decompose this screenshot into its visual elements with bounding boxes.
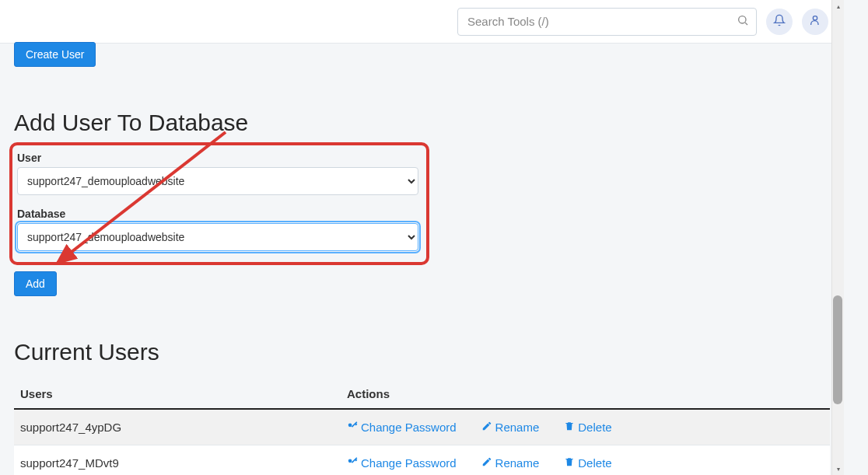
database-label: Database (17, 208, 422, 220)
current-users-table: Users Actions support247_4ypDGChange Pas… (14, 379, 830, 475)
top-bar (0, 0, 844, 44)
rename-link[interactable]: Rename (481, 456, 540, 470)
content: Create User Add User To Database User su… (0, 44, 844, 475)
account-button[interactable] (802, 9, 828, 35)
table-row: support247_4ypDGChange PasswordRenameDel… (14, 409, 830, 445)
bell-icon (773, 14, 786, 29)
user-icon (809, 14, 821, 29)
add-user-heading: Add User To Database (14, 110, 830, 136)
scroll-down-arrow[interactable]: ▾ (832, 463, 845, 475)
user-label: User (17, 152, 422, 164)
key-icon (347, 456, 358, 470)
change-password-link[interactable]: Change Password (347, 456, 457, 470)
create-user-button[interactable]: Create User (14, 42, 96, 67)
scrollbar[interactable]: ▴ ▾ (831, 0, 844, 475)
col-users: Users (14, 379, 341, 409)
user-cell: support247_MDvt9 (14, 445, 341, 476)
delete-link[interactable]: Delete (564, 456, 611, 470)
col-actions: Actions (341, 379, 830, 409)
rename-link[interactable]: Rename (481, 421, 540, 434)
scrollbar-thumb[interactable] (833, 295, 842, 404)
database-select[interactable]: support247_demouploadwebsite (17, 223, 418, 251)
current-users-heading: Current Users (14, 339, 830, 365)
table-row: support247_MDvt9Change PasswordRenameDel… (14, 445, 830, 476)
key-icon (347, 421, 358, 434)
actions-cell: Change PasswordRenameDelete (341, 445, 830, 476)
actions-cell: Change PasswordRenameDelete (341, 409, 830, 445)
pencil-icon (481, 456, 492, 470)
pencil-icon (481, 421, 492, 434)
add-button[interactable]: Add (14, 271, 57, 296)
trash-icon (564, 421, 575, 434)
user-cell: support247_4ypDG (14, 409, 341, 445)
delete-link[interactable]: Delete (564, 421, 611, 434)
svg-point-2 (813, 16, 817, 20)
search-input[interactable] (457, 8, 757, 36)
notifications-button[interactable] (766, 9, 793, 35)
user-select[interactable]: support247_demouploadwebsite (17, 167, 418, 195)
scroll-up-arrow[interactable]: ▴ (832, 0, 845, 12)
highlight-annotation-box: User support247_demouploadwebsite Databa… (9, 142, 429, 265)
change-password-link[interactable]: Change Password (347, 421, 457, 434)
trash-icon (564, 456, 575, 470)
search-wrap (457, 8, 757, 36)
